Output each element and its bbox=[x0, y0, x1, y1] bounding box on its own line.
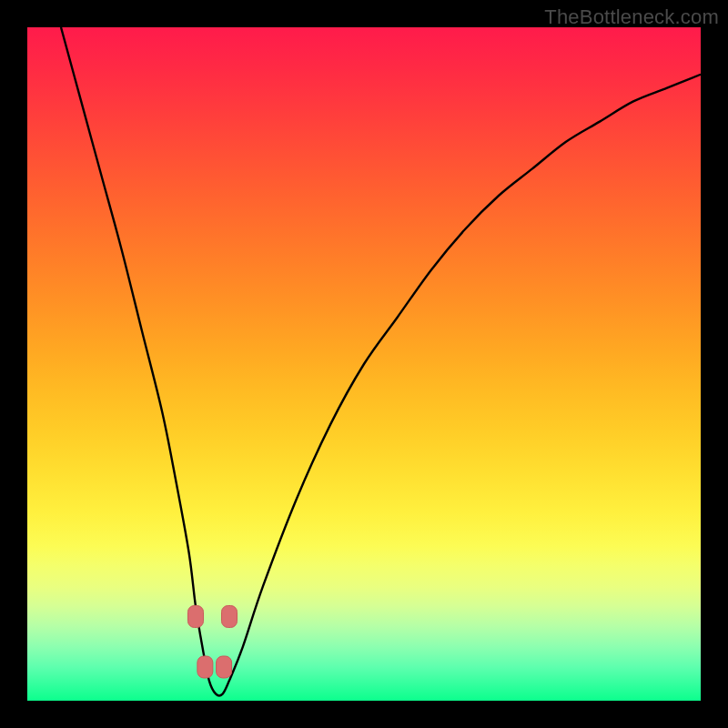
curve-marker bbox=[217, 656, 232, 678]
curve-marker bbox=[222, 606, 238, 628]
chart-svg bbox=[27, 27, 701, 701]
curve-marker bbox=[197, 656, 213, 678]
bottleneck-curve bbox=[61, 27, 701, 695]
curve-marker bbox=[188, 606, 204, 628]
chart-frame: TheBottleneck.com bbox=[0, 0, 728, 728]
marker-layer bbox=[188, 606, 238, 679]
watermark-text: TheBottleneck.com bbox=[544, 5, 719, 29]
plot-area bbox=[27, 27, 701, 701]
